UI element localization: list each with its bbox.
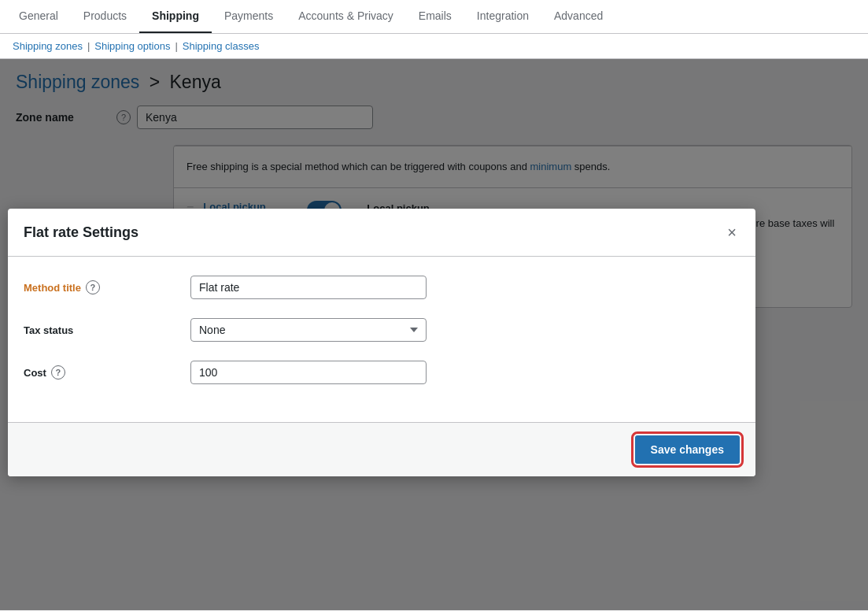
subnav-shipping-classes[interactable]: Shipping classes — [183, 40, 260, 52]
top-nav: General Products Shipping Payments Accou… — [0, 0, 868, 34]
modal-title: Flat rate Settings — [24, 224, 139, 241]
cost-label-text: Cost — [24, 367, 46, 379]
method-title-label: Method title ? — [24, 280, 181, 294]
tab-general[interactable]: General — [6, 0, 71, 33]
subnav-shipping-zones[interactable]: Shipping zones — [13, 40, 83, 52]
method-title-input[interactable] — [190, 276, 427, 299]
tax-status-select[interactable]: None Taxable — [190, 318, 427, 342]
cost-row: Cost ? — [24, 361, 740, 384]
cost-label: Cost ? — [24, 365, 181, 380]
tax-status-label: Tax status — [24, 324, 181, 336]
tab-accounts-privacy[interactable]: Accounts & Privacy — [286, 0, 406, 33]
method-title-help-icon[interactable]: ? — [86, 280, 100, 294]
tax-status-row: Tax status None Taxable — [24, 318, 740, 342]
modal-header: Flat rate Settings × — [8, 209, 755, 257]
cost-input[interactable] — [190, 361, 427, 384]
tab-advanced[interactable]: Advanced — [541, 0, 615, 33]
tab-payments[interactable]: Payments — [212, 0, 286, 33]
subnav-sep-2: | — [175, 40, 177, 52]
modal-body: Method title ? Tax status None Taxable C… — [8, 257, 755, 422]
flat-rate-modal: Flat rate Settings × Method title ? Tax … — [8, 209, 755, 476]
modal-footer: Save changes — [8, 422, 755, 476]
sub-nav: Shipping zones | Shipping options | Ship… — [0, 34, 868, 59]
modal-close-button[interactable]: × — [724, 221, 740, 243]
subnav-shipping-options[interactable]: Shipping options — [94, 40, 170, 52]
method-title-label-text: Method title — [24, 282, 81, 294]
tab-products[interactable]: Products — [71, 0, 139, 33]
method-title-row: Method title ? — [24, 276, 740, 299]
subnav-sep-1: | — [87, 40, 90, 52]
modal-save-button[interactable]: Save changes — [635, 435, 740, 464]
tab-integration[interactable]: Integration — [464, 0, 541, 33]
cost-help-icon[interactable]: ? — [51, 365, 65, 380]
page-content: Shipping zones > Kenya Zone name ? Free … — [0, 59, 868, 610]
tab-emails[interactable]: Emails — [406, 0, 464, 33]
tab-shipping[interactable]: Shipping — [139, 0, 212, 33]
